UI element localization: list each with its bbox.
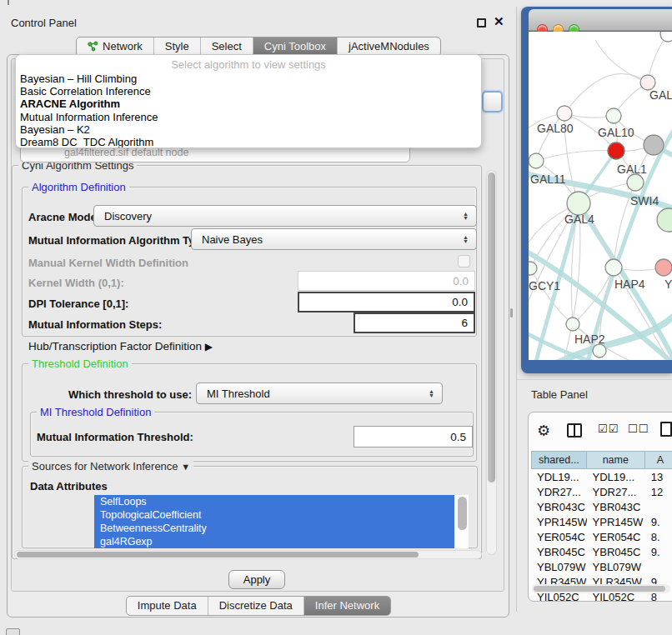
tab-infer-network[interactable]: Infer Network: [303, 597, 390, 615]
attribute-item[interactable]: gal4RGexp: [94, 535, 454, 548]
close-icon[interactable]: ✕: [494, 14, 504, 29]
network-node-Y[interactable]: [655, 259, 672, 276]
table-row[interactable]: YDR27...YDR27...12: [531, 484, 672, 499]
gear-icon[interactable]: ⚙: [537, 422, 550, 440]
stepper-icon: ▲▼: [463, 212, 469, 220]
float-window-icon[interactable]: [477, 18, 486, 28]
settings-vertical-scrollbar[interactable]: [486, 170, 497, 555]
algorithm-option[interactable]: Basic Correlation Inference: [16, 85, 481, 98]
algorithm-option[interactable]: Mutual Information Inference: [16, 111, 481, 123]
network-window-titlebar[interactable]: [529, 9, 672, 31]
network-node-label: GAL10: [598, 126, 634, 139]
tab-network[interactable]: Network: [77, 38, 153, 56]
network-node-n-gray[interactable]: [644, 135, 664, 155]
tab-jactivemnodules[interactable]: jActiveMNodules: [337, 38, 440, 56]
sources-group-title[interactable]: Sources for Network Inference ▼: [28, 460, 193, 472]
network-node-GAL4[interactable]: [567, 192, 590, 215]
threshold-definition-title: Threshold Definition: [28, 358, 132, 370]
table-cell: YBR043C: [531, 501, 587, 513]
network-node-HAP4[interactable]: [605, 259, 622, 276]
screen: Control Panel ✕ Network Style Select Cy: [0, 0, 672, 635]
table-row[interactable]: YBL079WYBL079W: [531, 559, 672, 574]
split-column-icon[interactable]: [567, 423, 582, 438]
column-header[interactable]: name: [587, 451, 645, 469]
table-row[interactable]: YPR145WYPR145W9.: [531, 514, 672, 529]
tab-impute-data[interactable]: Impute Data: [127, 597, 208, 615]
data-attributes-list[interactable]: SelfLoopsTopologicalCoefficientBetweenne…: [94, 495, 469, 548]
network-graph: GALGAL80GAL10GAL1GAL11SWI4GAL4GCY1HAP4YH…: [529, 32, 672, 360]
aracne-mode-select[interactable]: Discovery ▲▼: [93, 205, 477, 227]
network-node-GAL10[interactable]: [606, 108, 621, 123]
tab-network-label: Network: [103, 40, 143, 52]
attributes-scrollbar[interactable]: [458, 497, 467, 530]
table-panel-card: ⚙ ☑☑ ☐☐ shared...nameA YDL19...YDL19...1…: [528, 412, 672, 602]
network-canvas[interactable]: GALGAL80GAL10GAL1GAL11SWI4GAL4GCY1HAP4YH…: [529, 32, 672, 360]
network-node-SWI4[interactable]: [627, 174, 644, 191]
aracne-mode-label: Aracne Mode:: [28, 211, 100, 223]
table-cell: 12: [645, 486, 672, 498]
network-node-HAP2[interactable]: [566, 318, 579, 331]
apply-button[interactable]: Apply: [228, 570, 285, 589]
table-row[interactable]: YER054CYER054C8.: [531, 529, 672, 544]
tab-style[interactable]: Style: [153, 38, 200, 56]
network-node-GAL11[interactable]: [529, 153, 544, 168]
tab-discretize-data[interactable]: Discretize Data: [208, 597, 303, 615]
mi-type-value: Naive Bayes: [202, 233, 263, 246]
select-all-columns-icon[interactable]: ☑☑: [598, 422, 619, 435]
table-horizontal-scrollbar[interactable]: [532, 584, 670, 593]
algorithm-option[interactable]: Dream8 DC_TDC Algorithm: [16, 136, 481, 148]
table-body: YDL19...YDL19...13YDR27...YDR27...12YBR0…: [531, 469, 672, 602]
table-cell: YER054C: [587, 531, 645, 543]
column-header[interactable]: A: [645, 451, 672, 469]
table-cell: 9.: [645, 546, 672, 558]
table-cell: YBR045C: [587, 546, 645, 558]
mi-algorithm-type-select[interactable]: Naive Bayes ▲▼: [191, 228, 477, 250]
network-node-GAL1[interactable]: [608, 142, 624, 159]
table-row[interactable]: YBR043CYBR043C: [531, 499, 672, 514]
data-attributes-label: Data Attributes: [30, 480, 108, 492]
focused-combobox-fragment[interactable]: [482, 91, 503, 112]
document-icon[interactable]: [660, 422, 672, 437]
table-toolbar: ⚙ ☑☑ ☐☐: [529, 421, 672, 444]
deselect-all-columns-icon[interactable]: ☐☐: [628, 422, 649, 435]
network-icon: [88, 41, 98, 52]
table-cell: YDL19...: [587, 471, 645, 483]
stepper-icon: ▲▼: [463, 235, 469, 243]
tab-cyni-toolbox[interactable]: Cyni Toolbox: [253, 38, 337, 56]
hub-definition-expander[interactable]: Hub/Transcription Factor Definition ▶: [28, 340, 213, 352]
table-cell: 8.: [645, 531, 672, 543]
table-cell: YER054C: [531, 531, 587, 543]
table-cell: YPR145W: [531, 516, 587, 528]
attribute-item[interactable]: BetweennessCentrality: [94, 522, 454, 535]
dpi-tolerance-label: DPI Tolerance [0,1]:: [28, 298, 128, 310]
network-node-GAL80[interactable]: [557, 106, 572, 121]
settings-horizontal-scrollbar[interactable]: [14, 550, 482, 559]
network-node-n-rg[interactable]: [657, 208, 672, 232]
network-node-GCY1[interactable]: [529, 262, 537, 275]
network-node-label: GAL: [649, 88, 672, 102]
column-header[interactable]: shared...: [531, 451, 587, 469]
attribute-item[interactable]: SelfLoops: [94, 495, 454, 508]
mi-steps-input[interactable]: 6: [354, 312, 475, 333]
kernel-width-label: Kernel Width (0,1):: [28, 277, 124, 289]
kernel-width-input[interactable]: 0.0: [298, 271, 475, 291]
dpi-tolerance-input[interactable]: 0.0: [298, 292, 475, 312]
algorithm-definition-title: Algorithm Definition: [28, 181, 129, 193]
network-node-n-top[interactable]: [660, 32, 672, 42]
mi-threshold-input[interactable]: 0.5: [354, 426, 473, 448]
node-table: shared...nameA YDL19...YDL19...13YDR27..…: [531, 451, 672, 602]
algorithm-option[interactable]: Bayesian – Hill Climbing: [16, 72, 481, 85]
which-threshold-select[interactable]: MI Threshold ▲▼: [196, 382, 443, 404]
mi-threshold-label: Mutual Information Threshold:: [37, 431, 193, 443]
table-row[interactable]: YDL19...YDL19...13: [531, 469, 672, 484]
table-row[interactable]: YBR045CYBR045C9.: [531, 544, 672, 559]
algorithm-list: Bayesian – Hill ClimbingBasic Correlatio…: [16, 72, 481, 148]
minimized-panel-icon[interactable]: [6, 628, 20, 635]
attribute-item[interactable]: TopologicalCoefficient: [94, 508, 454, 522]
panel-splitter-handle[interactable]: [510, 308, 513, 318]
tab-select[interactable]: Select: [200, 38, 253, 56]
manual-kernel-checkbox[interactable]: [458, 255, 470, 268]
network-node-n-bot[interactable]: [593, 344, 606, 358]
algorithm-option[interactable]: ARACNE Algorithm: [16, 98, 481, 110]
algorithm-option[interactable]: Bayesian – K2: [16, 123, 481, 136]
